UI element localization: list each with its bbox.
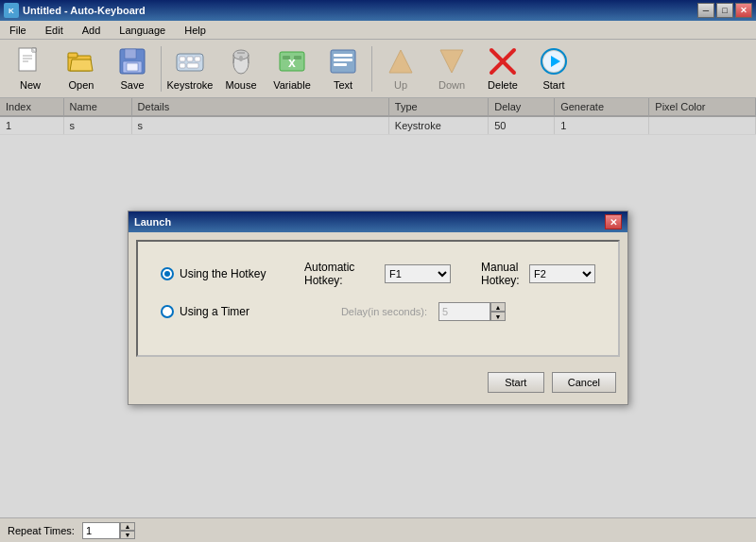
save-label: Save bbox=[120, 79, 144, 91]
svg-rect-20 bbox=[187, 63, 198, 68]
svg-rect-30 bbox=[283, 56, 290, 59]
svg-marker-37 bbox=[440, 50, 463, 73]
open-label: Open bbox=[69, 79, 94, 91]
save-button[interactable]: Save bbox=[108, 43, 157, 94]
variable-icon: x bbox=[277, 46, 307, 76]
dialog-cancel-button[interactable]: Cancel bbox=[552, 372, 616, 393]
dialog-footer: Start Cancel bbox=[129, 364, 627, 404]
open-button[interactable]: Open bbox=[57, 43, 106, 94]
close-button[interactable]: ✕ bbox=[735, 3, 752, 18]
title-bar-left: K Untitled - Auto-Keyboard bbox=[4, 3, 146, 18]
timer-option-label: Using a Timer bbox=[180, 305, 249, 318]
manual-hotkey-group: Manual Hotkey: F1F2F3F4 F5F6F7F8 F9F10F1… bbox=[481, 261, 595, 287]
timer-row: Using a Timer Delay(in seconds): ▲ ▼ bbox=[161, 302, 595, 321]
svg-rect-33 bbox=[334, 54, 352, 57]
delay-increment-button[interactable]: ▲ bbox=[490, 302, 506, 312]
toolbar-sep-1 bbox=[161, 46, 162, 92]
svg-rect-16 bbox=[180, 57, 185, 61]
repeat-decrement-button[interactable]: ▼ bbox=[120, 531, 135, 539]
mouse-icon bbox=[226, 46, 256, 76]
delay-spinner-buttons: ▲ ▼ bbox=[490, 302, 506, 321]
up-label: Up bbox=[394, 79, 407, 91]
start-button[interactable]: Start bbox=[529, 43, 578, 94]
variable-label: Variable bbox=[273, 79, 311, 91]
up-button[interactable]: Up bbox=[376, 43, 425, 94]
start-icon bbox=[539, 46, 569, 76]
down-button[interactable]: Down bbox=[427, 43, 476, 94]
svg-rect-34 bbox=[334, 59, 352, 61]
variable-button[interactable]: x Variable bbox=[267, 43, 317, 94]
delay-input[interactable] bbox=[438, 302, 490, 321]
toolbar: New Open Save bbox=[0, 40, 756, 98]
repeat-times-input[interactable] bbox=[82, 522, 120, 539]
keystroke-button[interactable]: Keystroke bbox=[165, 43, 215, 94]
svg-marker-10 bbox=[70, 59, 93, 71]
up-icon bbox=[386, 46, 416, 76]
svg-rect-12 bbox=[125, 49, 136, 59]
new-label: New bbox=[20, 79, 41, 91]
keystroke-icon bbox=[175, 46, 205, 76]
repeat-times-label: Repeat Times: bbox=[8, 525, 75, 536]
timer-radio[interactable] bbox=[161, 305, 174, 318]
repeat-spinner-buttons: ▲ ▼ bbox=[120, 522, 135, 539]
hotkey-option-label: Using the Hotkey bbox=[180, 267, 266, 280]
svg-rect-19 bbox=[180, 63, 185, 68]
delete-label: Delete bbox=[488, 79, 518, 91]
delete-icon bbox=[488, 46, 518, 76]
new-icon bbox=[15, 46, 45, 76]
svg-rect-14 bbox=[127, 63, 138, 71]
delay-input-wrap: ▲ ▼ bbox=[438, 302, 506, 321]
svg-point-27 bbox=[239, 56, 243, 61]
toolbar-sep-2 bbox=[371, 46, 372, 92]
dialog-title-text: Launch bbox=[134, 216, 171, 228]
svg-rect-17 bbox=[187, 57, 193, 61]
mouse-label: Mouse bbox=[225, 79, 256, 91]
main-content: Index Name Details Type Delay Generate P… bbox=[0, 98, 756, 542]
manual-hotkey-label: Manual Hotkey: bbox=[481, 261, 522, 287]
status-bar: Repeat Times: ▲ ▼ bbox=[0, 517, 756, 542]
menu-bar: File Edit Add Language Help bbox=[0, 21, 756, 40]
dialog-start-button[interactable]: Start bbox=[488, 372, 544, 393]
dialog-close-button[interactable]: ✕ bbox=[605, 214, 622, 229]
svg-rect-31 bbox=[294, 56, 301, 59]
svg-text:K: K bbox=[9, 7, 14, 15]
menu-file[interactable]: File bbox=[4, 23, 32, 38]
delay-label: Delay(in seconds): bbox=[304, 306, 427, 317]
title-bar: K Untitled - Auto-Keyboard ─ □ ✕ bbox=[0, 0, 756, 21]
open-icon bbox=[66, 46, 96, 76]
delete-button[interactable]: Delete bbox=[478, 43, 527, 94]
minimize-button[interactable]: ─ bbox=[697, 3, 714, 18]
new-button[interactable]: New bbox=[6, 43, 55, 94]
repeat-times-spinner: ▲ ▼ bbox=[82, 522, 135, 539]
window-title: Untitled - Auto-Keyboard bbox=[23, 5, 146, 16]
dialog-title-bar: Launch ✕ bbox=[129, 212, 627, 232]
menu-help[interactable]: Help bbox=[179, 23, 212, 38]
auto-hotkey-select[interactable]: F1F2F3F4 F5F6F7F8 F9F10F11F12 bbox=[385, 264, 451, 283]
menu-language[interactable]: Language bbox=[113, 23, 171, 38]
app-icon: K bbox=[4, 3, 19, 18]
svg-rect-18 bbox=[195, 57, 200, 61]
menu-add[interactable]: Add bbox=[77, 23, 107, 38]
start-label: Start bbox=[542, 79, 564, 91]
hotkey-radio-group: Using the Hotkey bbox=[161, 267, 293, 280]
title-bar-controls: ─ □ ✕ bbox=[697, 3, 752, 18]
down-icon bbox=[437, 46, 467, 76]
text-button[interactable]: Text bbox=[318, 43, 368, 94]
manual-hotkey-select[interactable]: F1F2F3F4 F5F6F7F8 F9F10F11F12 bbox=[529, 264, 595, 283]
timer-radio-group: Using a Timer bbox=[161, 305, 293, 318]
text-icon bbox=[328, 46, 358, 76]
svg-rect-35 bbox=[334, 63, 347, 66]
mouse-button[interactable]: Mouse bbox=[216, 43, 266, 94]
repeat-increment-button[interactable]: ▲ bbox=[120, 522, 135, 531]
svg-rect-9 bbox=[68, 53, 77, 58]
svg-rect-15 bbox=[177, 54, 203, 71]
dialog-body: Using the Hotkey Automatic Hotkey: F1F2F… bbox=[136, 240, 620, 357]
launch-dialog: Launch ✕ Using the Hotkey Automatic Hotk… bbox=[128, 211, 628, 405]
text-label: Text bbox=[334, 79, 352, 91]
delay-decrement-button[interactable]: ▼ bbox=[490, 312, 506, 321]
save-icon bbox=[117, 46, 147, 76]
hotkey-radio[interactable] bbox=[161, 267, 174, 280]
maximize-button[interactable]: □ bbox=[716, 3, 733, 18]
menu-edit[interactable]: Edit bbox=[40, 23, 69, 38]
keystroke-label: Keystroke bbox=[167, 79, 214, 91]
